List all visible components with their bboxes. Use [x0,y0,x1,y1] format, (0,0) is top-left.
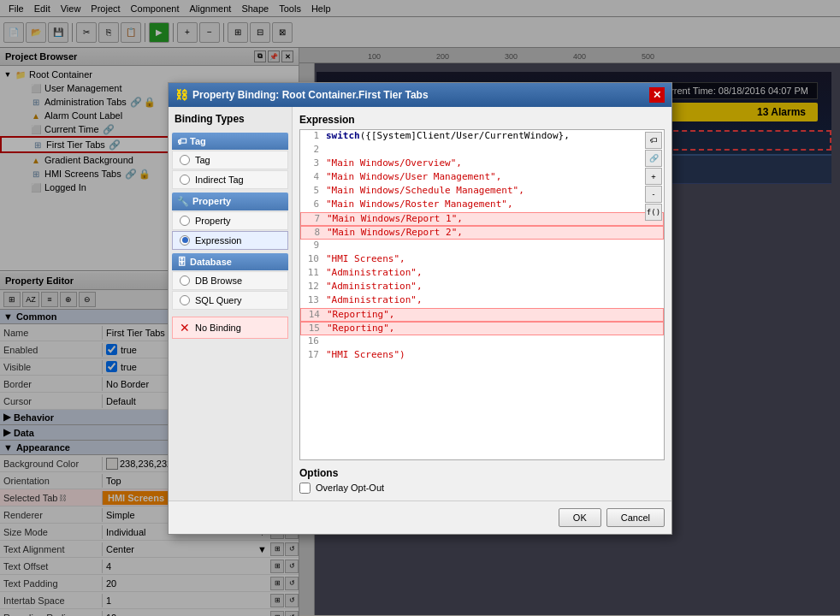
binding-section-tag: 🏷 Tag Tag Indirect Tag [172,133,288,189]
database-section-header: 🗄 Database [172,253,288,270]
no-binding-label: No Binding [195,323,241,333]
code-13-str: "Administration", [326,294,423,305]
code-10-str: "HMI Screens", [326,253,405,264]
property-section-label: Property [192,196,231,206]
binding-expression-label: Expression [195,235,241,246]
tag-section-icon: 🏷 [177,136,186,146]
expression-editor-panel: Expression 🏷 🔗 + - f() 1 switch({[System… [293,107,671,500]
overlay-optout-check[interactable] [299,483,311,494]
radio-expression [180,235,190,246]
binding-indirect-tag-label: Indirect Tag [195,175,244,185]
code-14-str: "Reporting", [327,309,394,320]
no-binding-area: ✕ No Binding [172,317,288,339]
expr-func-btn[interactable]: f() [645,204,662,221]
tag-section-label: Tag [190,136,206,146]
database-section-icon: 🗄 [177,257,186,267]
property-section-header: 🔧 Property [172,192,288,210]
code-4-str: "Main Windows/User Management", [326,171,501,182]
options-label: Options [299,467,665,479]
code-8-str: "Main Windows/Report 2", [327,227,463,238]
binding-section-property: 🔧 Property Property Expression [172,192,288,250]
binding-property[interactable]: Property [172,211,288,230]
overlay-optout-row: Overlay Opt-Out [299,483,665,494]
dialog-close-button[interactable]: ✕ [649,87,665,103]
binding-icon-title: ⛓ [175,88,187,102]
expression-label: Expression [299,114,665,126]
code-12-str: "Administration", [326,281,423,292]
ln-11: 11 [302,267,319,278]
code-7-str: "Main Windows/Report 1", [327,213,463,224]
binding-db-browse-label: DB Browse [195,275,242,286]
radio-property [180,216,190,226]
expression-editor[interactable]: 🏷 🔗 + - f() 1 switch({[System]Client/Use… [299,129,665,460]
dialog-title-area: ⛓ Property Binding: Root Container.First… [175,88,429,102]
dialog-overlay: ⛓ Property Binding: Root Container.First… [0,0,840,616]
binding-db-browse[interactable]: DB Browse [172,271,288,290]
binding-sql-query-label: SQL Query [195,295,242,305]
database-section-label: Database [190,257,232,267]
expr-tag-btn[interactable]: 🏷 [645,132,662,149]
ln-8: 8 [303,227,320,238]
dialog-footer: OK Cancel [169,500,671,534]
property-section-icon: 🔧 [177,196,189,207]
code-line-9: 9 [300,240,664,253]
ln-16: 16 [302,335,319,346]
code-line-6: 6 "Main Windows/Roster Management", [300,198,664,212]
radio-db-browse [180,275,190,286]
ln-5: 5 [302,185,319,196]
ln-7: 7 [303,213,320,224]
code-line-13: 13 "Administration", [300,294,664,308]
code-1-kw: switch [326,130,360,141]
code-line-16: 16 [300,335,664,349]
ln-17: 17 [302,349,319,360]
radio-indirect-tag [180,175,190,185]
code-line-2: 2 [300,144,664,157]
code-line-15: 15 "Reporting", [300,322,664,335]
binding-sql-query[interactable]: SQL Query [172,291,288,310]
expr-prop-btn[interactable]: 🔗 [645,150,662,167]
code-line-10: 10 "HMI Screens", [300,253,664,267]
binding-indirect-tag[interactable]: Indirect Tag [172,170,288,189]
options-area: Options Overlay Opt-Out [299,467,665,494]
ln-2: 2 [302,144,319,155]
radio-sql-query [180,295,190,305]
ln-3: 3 [302,157,319,169]
cancel-button[interactable]: Cancel [606,508,665,527]
property-binding-dialog: ⛓ Property Binding: Root Container.First… [168,82,672,535]
code-11-str: "Administration", [326,267,423,278]
code-6-str: "Main Windows/Roster Management", [326,198,513,210]
ln-12: 12 [302,281,319,292]
binding-expression[interactable]: Expression [172,231,288,250]
no-binding-x: ✕ [180,321,190,335]
dialog-title-text: Property Binding: Root Container.First T… [192,89,429,101]
binding-no-binding[interactable]: ✕ No Binding [172,317,288,339]
code-line-1: 1 switch({[System]Client/User/CurrentWin… [300,130,664,144]
code-line-5: 5 "Main Windows/Schedule Management", [300,185,664,198]
code-line-8: 8 "Main Windows/Report 2", [300,226,664,240]
code-5-str: "Main Windows/Schedule Management", [326,185,524,196]
code-line-17: 17 "HMI Screens") [300,349,664,363]
ln-14: 14 [303,309,320,320]
binding-tag[interactable]: Tag [172,151,288,169]
dialog-body: Binding Types 🏷 Tag Tag Indirect Tag [169,107,671,500]
code-line-12: 12 "Administration", [300,281,664,294]
ln-10: 10 [302,253,319,264]
code-line-3: 3 "Main Windows/Overview", [300,157,664,171]
expr-minus-btn[interactable]: - [645,186,662,203]
radio-tag [180,155,190,165]
code-line-7: 7 "Main Windows/Report 1", [300,212,664,226]
binding-tag-label: Tag [195,155,210,165]
code-line-4: 4 "Main Windows/User Management", [300,171,664,185]
overlay-optout-label: Overlay Opt-Out [316,483,384,493]
ln-4: 4 [302,171,319,182]
expr-plus-btn[interactable]: + [645,168,662,185]
binding-types-label: Binding Types [172,110,288,127]
ok-button[interactable]: OK [559,508,601,527]
binding-types-panel: Binding Types 🏷 Tag Tag Indirect Tag [169,107,293,500]
code-1-rest: ({[System]Client/User/CurrentWindow}, [360,130,570,141]
code-3-str: "Main Windows/Overview", [326,157,462,169]
ln-15: 15 [303,323,320,334]
expr-toolbar: 🏷 🔗 + - f() [645,132,662,221]
code-line-14: 14 "Reporting", [300,308,664,322]
radio-expression-fill [182,237,188,243]
